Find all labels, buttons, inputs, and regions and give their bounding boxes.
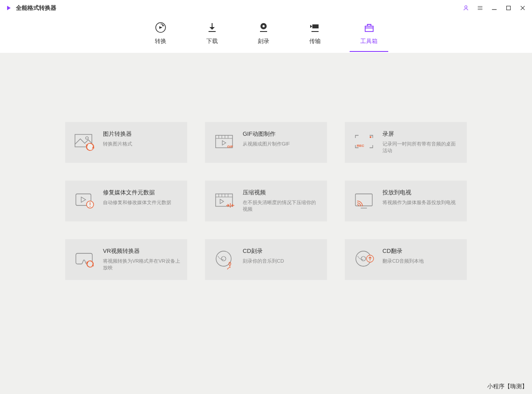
tool-gif-maker[interactable]: GIF GIF动图制作 从视频或图片制作GIF [205,122,327,163]
screen-record-icon: REC [352,130,376,154]
tab-burn[interactable]: 刻录 [247,18,280,51]
svg-point-47 [221,256,226,261]
svg-point-0 [465,6,467,8]
tool-desc: 翻录CD音频到本地 [382,258,460,264]
tab-download[interactable]: 下载 [195,18,229,51]
tool-text: VR视频转换器 将视频转换为VR格式并在VR设备上放映 [103,247,180,272]
app-title: 全能格式转换器 [16,4,56,12]
tool-desc: 自动修复和修改媒体文件元数据 [103,199,180,206]
svg-point-51 [361,256,366,261]
tool-text: 修复媒体文件元数据 自动修复和修改媒体文件元数据 [103,189,180,206]
tool-title: 压缩视频 [243,189,320,197]
svg-rect-5 [507,6,511,10]
svg-rect-14 [312,24,319,28]
maximize-button[interactable] [504,4,512,12]
minimize-button[interactable] [490,4,498,12]
svg-text:GIF: GIF [227,145,233,149]
gif-maker-icon: GIF [212,130,236,154]
tab-label: 刻录 [258,37,269,45]
user-icon[interactable] [462,4,470,12]
main-content: 图片转换器 转换图片格式 GIF GIF动图制作 从视频或图片制 [0,53,532,394]
tool-fix-metadata[interactable]: 修复媒体文件元数据 自动修复和修改媒体文件元数据 [65,181,187,221]
titlebar-left: 全能格式转换器 [5,4,56,12]
tool-compress-video[interactable]: 压缩视频 在不损失清晰度的情况下压缩你的视频 [205,181,327,221]
watermark: 小程序【嗨测】 [487,382,528,390]
cd-burn-icon [212,247,236,272]
tool-title: GIF动图制作 [243,130,320,138]
tool-cd-burn[interactable]: CD刻录 刻录你的音乐到CD [205,239,327,280]
svg-point-12 [263,25,265,27]
tool-screen-record[interactable]: REC 录屏 记录同一时间所有带有音频的桌面活动 [345,122,467,163]
titlebar-right [462,4,527,12]
tab-label: 工具箱 [360,37,378,45]
vr-converter-icon [72,247,97,272]
cast-tv-icon [352,189,376,213]
tool-desc: 将视频转换为VR格式并在VR设备上放映 [103,258,180,272]
tool-title: VR视频转换器 [103,247,180,255]
toolbox-icon [363,21,375,34]
tool-desc: 转换图片格式 [103,141,180,147]
image-converter-icon [72,130,97,154]
tool-text: CD翻录 翻录CD音频到本地 [382,247,460,264]
tool-cd-rip[interactable]: CD翻录 翻录CD音频到本地 [345,239,467,280]
transfer-icon [309,21,321,34]
tool-text: GIF动图制作 从视频或图片制作GIF [243,130,320,147]
tool-text: 录屏 记录同一时间所有带有音频的桌面活动 [382,130,460,154]
tool-desc: 将视频作为媒体服务器投放到电视 [382,199,460,206]
menu-icon[interactable] [476,4,484,12]
tool-desc: 刻录你的音乐到CD [243,258,320,264]
tool-text: CD刻录 刻录你的音乐到CD [243,247,320,264]
tool-desc: 在不损失清晰度的情况下压缩你的视频 [243,199,320,213]
svg-point-28 [370,136,371,138]
tab-convert[interactable]: 转换 [144,18,177,51]
tool-desc: 从视频或图片制作GIF [243,141,320,147]
tab-label: 下载 [206,37,218,45]
tab-transfer[interactable]: 传输 [298,18,332,51]
tool-title: 录屏 [382,130,460,138]
tool-title: CD翻录 [382,247,460,255]
svg-point-33 [90,206,91,207]
burn-icon [257,21,270,34]
titlebar: 全能格式转换器 [0,0,532,16]
tool-image-converter[interactable]: 图片转换器 转换图片格式 [65,122,187,163]
svg-point-48 [229,267,231,268]
svg-rect-43 [355,194,372,206]
tools-grid: 图片转换器 转换图片格式 GIF GIF动图制作 从视频或图片制 [65,80,467,280]
download-icon [206,21,218,34]
fix-metadata-icon [72,189,97,213]
svg-line-49 [227,268,229,269]
svg-text:REC: REC [357,144,364,148]
tool-title: CD刻录 [243,247,320,255]
tool-text: 投放到电视 将视频作为媒体服务器投放到电视 [382,189,460,206]
cd-rip-icon [352,247,376,272]
svg-point-19 [86,137,88,139]
convert-icon [154,21,167,34]
tool-desc: 记录同一时间所有带有音频的桌面活动 [382,141,460,154]
tool-text: 图片转换器 转换图片格式 [103,130,180,147]
tool-cast-tv[interactable]: 投放到电视 将视频作为媒体服务器投放到电视 [345,181,467,221]
tool-text: 压缩视频 在不损失清晰度的情况下压缩你的视频 [243,189,320,213]
tool-title: 投放到电视 [382,189,460,197]
tab-toolbox[interactable]: 工具箱 [350,18,388,51]
tab-label: 转换 [155,37,166,45]
tool-title: 图片转换器 [103,130,180,138]
app-logo-icon [5,4,12,12]
svg-rect-16 [365,26,373,32]
nav-tabs: 转换 下载 刻录 传输 [0,16,532,53]
compress-video-icon [212,189,236,213]
close-button[interactable] [519,4,527,12]
tab-label: 传输 [309,37,321,45]
tool-title: 修复媒体文件元数据 [103,189,180,197]
tool-vr-converter[interactable]: VR视频转换器 将视频转换为VR格式并在VR设备上放映 [65,239,187,280]
